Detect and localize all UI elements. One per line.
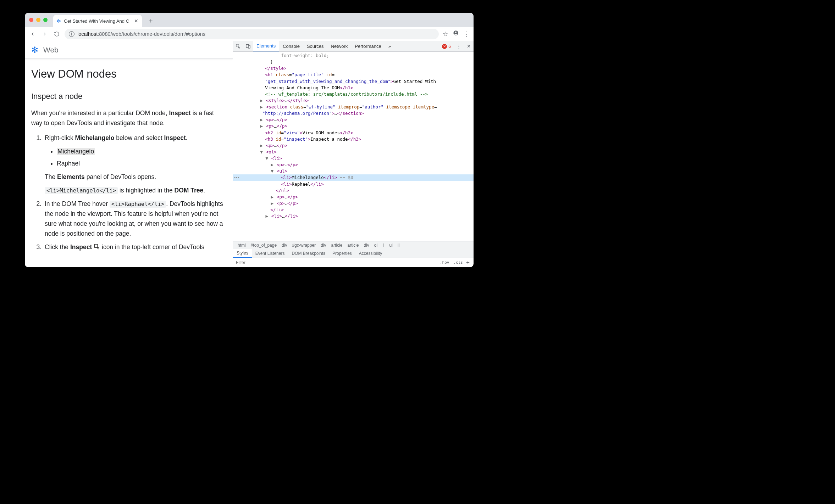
tab-performance[interactable]: Performance: [351, 41, 385, 51]
site-logo-icon[interactable]: ✻: [31, 45, 38, 55]
dom-line[interactable]: ▶ <section class="wf-byline" itemprop="a…: [233, 104, 474, 110]
content-split: ✻ Web View DOM nodes Inspect a node When…: [25, 41, 474, 267]
crumb-active[interactable]: li: [395, 243, 402, 248]
close-window-button[interactable]: [29, 18, 33, 22]
dom-line[interactable]: ▶ <p>…</p>: [233, 194, 474, 200]
dom-line[interactable]: ▶ <p>…</p>: [233, 162, 474, 168]
new-tab-button[interactable]: ＋: [148, 16, 154, 25]
step-3: Click the Inspect icon in the top-left c…: [43, 242, 226, 252]
step-2: In the DOM Tree hover <li>Raphael</li>. …: [43, 199, 226, 239]
dom-line[interactable]: ▼ <ul>: [233, 168, 474, 174]
tab-accessibility[interactable]: Accessibility: [355, 249, 386, 258]
tab-properties[interactable]: Properties: [329, 249, 355, 258]
dom-line[interactable]: <h3 id="inspect">Inspect a node</h3>: [233, 136, 474, 142]
dom-breadcrumbs[interactable]: html #top_of_page div #gc-wrapper div ar…: [233, 241, 474, 249]
inspect-element-button[interactable]: [233, 41, 243, 51]
new-style-rule-button[interactable]: ＋: [465, 259, 471, 266]
error-count[interactable]: ✕6: [439, 41, 454, 51]
dom-line[interactable]: </style>: [233, 65, 474, 72]
close-devtools-icon[interactable]: ✕: [464, 41, 474, 51]
dom-line[interactable]: ▶ <style>…</style>: [233, 97, 474, 104]
dom-line[interactable]: "http://schema.org/Person">…</section>: [233, 110, 474, 117]
browser-window: ✻ Get Started With Viewing And C ✕ ＋ i l…: [25, 13, 474, 267]
cls-button[interactable]: .cls: [452, 260, 465, 265]
more-tabs-icon[interactable]: »: [385, 41, 394, 51]
dom-line[interactable]: ▶ <li>…</li>: [233, 213, 474, 219]
step-1: Right-click Michelangelo below and selec…: [43, 133, 226, 195]
dom-line[interactable]: ▼ <ol>: [233, 149, 474, 155]
dom-line[interactable]: <li>Raphael</li>: [233, 181, 474, 187]
svg-point-1: [455, 32, 457, 33]
profile-icon[interactable]: [453, 30, 459, 38]
site-name[interactable]: Web: [43, 46, 59, 54]
dom-line[interactable]: ▶ <p>…</p>: [233, 142, 474, 149]
address-bar[interactable]: i localhost:8080/web/tools/chrome-devtoo…: [65, 29, 439, 39]
browser-tab[interactable]: ✻ Get Started With Viewing And C ✕: [53, 15, 142, 27]
bookmark-icon[interactable]: ☆: [442, 30, 448, 38]
tab-dom-breakpoints[interactable]: DOM Breakpoints: [288, 249, 329, 258]
site-info-icon[interactable]: i: [69, 31, 74, 37]
styles-tabs: Styles Event Listeners DOM Breakpoints P…: [233, 249, 474, 258]
list-item-michelangelo[interactable]: Michelangelo: [57, 146, 226, 156]
crumb[interactable]: ul: [387, 243, 395, 248]
tab-styles[interactable]: Styles: [233, 249, 252, 258]
crumb[interactable]: li: [380, 243, 387, 248]
styles-filter-input[interactable]: [236, 260, 438, 265]
titlebar: ✻ Get Started With Viewing And C ✕ ＋: [25, 13, 474, 27]
dom-line[interactable]: <h2 id="view">View DOM nodes</h2>: [233, 130, 474, 136]
zoom-window-button[interactable]: [43, 18, 48, 22]
crumb[interactable]: div: [279, 243, 289, 248]
dom-selected-node[interactable]: <li>Michelangelo</li> == $0: [233, 174, 474, 181]
dom-line[interactable]: }: [233, 59, 474, 65]
step-result: The Elements panel of DevTools opens.: [45, 172, 226, 182]
tab-network[interactable]: Network: [327, 41, 352, 51]
crumb[interactable]: article: [328, 243, 345, 248]
crumb[interactable]: div: [318, 243, 328, 248]
crumb[interactable]: article: [345, 243, 361, 248]
dom-line[interactable]: ▼ <li>: [233, 155, 474, 162]
tab-sources[interactable]: Sources: [303, 41, 327, 51]
crumb[interactable]: html: [235, 243, 248, 248]
dom-line[interactable]: </ul>: [233, 187, 474, 194]
dom-line[interactable]: "get_started_with_viewing_and_changing_t…: [233, 78, 474, 85]
dom-tree[interactable]: font-weight: bold; } </style> <h1 class=…: [233, 52, 474, 241]
tab-event-listeners[interactable]: Event Listeners: [252, 249, 288, 258]
dom-line[interactable]: ▶ <p>…</p>: [233, 117, 474, 123]
crumb[interactable]: div: [361, 243, 372, 248]
step-list: Right-click Michelangelo below and selec…: [31, 133, 226, 252]
dom-line[interactable]: font-weight: bold;: [233, 52, 474, 59]
dom-line[interactable]: ▶ <p>…</p>: [233, 123, 474, 129]
device-mode-button[interactable]: [243, 41, 253, 51]
devtools-body: font-weight: bold; } </style> <h1 class=…: [233, 52, 474, 267]
minimize-window-button[interactable]: [36, 18, 40, 22]
intro-paragraph: When you're interested in a particular D…: [31, 108, 226, 128]
devtools-tabs: Elements Console Sources Network Perform…: [233, 41, 474, 52]
crumb[interactable]: ol: [372, 243, 380, 248]
hov-button[interactable]: :hov: [438, 260, 452, 265]
reload-button[interactable]: [52, 30, 61, 38]
window-controls: [29, 18, 48, 22]
page-heading: View DOM nodes: [31, 65, 226, 83]
tab-console[interactable]: Console: [279, 41, 303, 51]
devtools-panel: Elements Console Sources Network Perform…: [233, 41, 474, 267]
step-code-result: <li>Michelangelo</li> is highlighted in …: [45, 185, 226, 195]
styles-toolbar: :hov .cls ＋: [233, 258, 474, 267]
crumb[interactable]: #gc-wrapper: [289, 243, 318, 248]
menu-icon[interactable]: ⋮: [464, 30, 470, 38]
dom-line[interactable]: Viewing And Changing The DOM</h1>: [233, 85, 474, 91]
back-button[interactable]: [28, 30, 37, 38]
devtools-menu-icon[interactable]: ⋮: [454, 41, 464, 51]
dom-line[interactable]: </li>: [233, 207, 474, 213]
list-item-raphael[interactable]: Raphael: [57, 158, 226, 168]
tab-elements[interactable]: Elements: [253, 41, 279, 51]
favicon-icon: ✻: [57, 18, 61, 24]
crumb[interactable]: #top_of_page: [248, 243, 279, 248]
section-heading: Inspect a node: [31, 90, 226, 102]
toolbar: i localhost:8080/web/tools/chrome-devtoo…: [25, 27, 474, 41]
forward-button[interactable]: [40, 30, 49, 38]
dom-line[interactable]: <h1 class="page-title" id=: [233, 72, 474, 78]
dom-line[interactable]: ▶ <p>…</p>: [233, 200, 474, 207]
close-tab-icon[interactable]: ✕: [134, 18, 138, 24]
demo-list: Michelangelo Raphael: [45, 146, 226, 168]
dom-line[interactable]: <!-- wf_template: src/templates/contribu…: [233, 91, 474, 97]
